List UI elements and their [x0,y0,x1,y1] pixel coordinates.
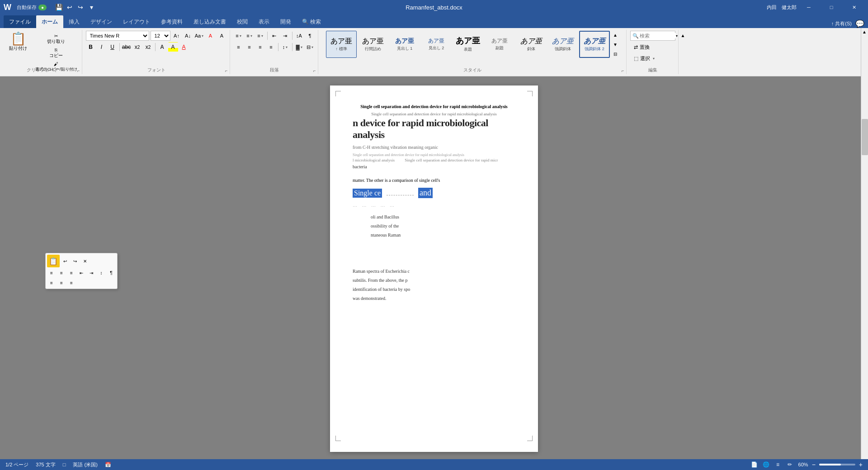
mini-indent-less-button[interactable]: ⇤ [77,268,86,277]
styles-scroll-up[interactable]: ▲ [612,31,619,39]
clear-format-button[interactable]: A [217,31,227,41]
paste-button[interactable]: 📋 貼り付け [6,31,30,53]
styles-expand[interactable]: ⌐ [622,68,624,73]
comments-button[interactable]: 💬 [855,19,864,28]
zoom-minus-button[interactable]: − [812,461,816,468]
bullets-button[interactable]: ≡▾ [234,31,244,41]
font-size-select[interactable]: 12 [151,31,170,41]
highlight-button[interactable]: A [168,42,178,52]
styles-scroll-down[interactable]: ▼ [612,40,619,48]
tab-developer[interactable]: 開発 [275,15,297,28]
autosave-toggle[interactable]: 自動保存 ● [17,4,47,11]
share-button[interactable]: ↑ 共有(S) [831,20,852,27]
superscript-button[interactable]: x2 [143,42,153,52]
search-box[interactable]: 🔍 ▾ [630,31,675,41]
replace-button[interactable]: ⇄ 置換 [630,43,675,52]
tab-design[interactable]: デザイン [85,15,118,28]
print-layout-button[interactable]: 📄 [750,460,760,470]
italic-button[interactable]: I [97,42,107,52]
show-para-button[interactable]: ¶ [305,31,315,41]
save-icon[interactable]: 💾 [54,2,64,12]
multilevel-button[interactable]: ≡▾ [255,31,265,41]
sort-button[interactable]: ↕A [294,31,304,41]
mini-undo-button[interactable]: ↩ [61,256,70,266]
font-expand[interactable]: ⌐ [225,68,228,73]
underline-button[interactable]: U [108,42,118,52]
scrollbar-thumb[interactable] [862,119,868,155]
style-no-spacing[interactable]: あア亜 行間詰め [358,31,388,58]
mini-align-left-button[interactable]: ≡ [47,278,56,287]
shading-button[interactable]: ▓▾ [294,42,304,52]
mini-bullets-button[interactable]: ≡ [47,268,56,277]
mini-sort-button[interactable]: ↕ [97,268,106,277]
change-case-button[interactable]: Aa▾ [194,31,204,41]
styles-expand-button[interactable]: ⊟ [612,50,619,58]
mini-align-center-button[interactable]: ≡ [57,278,66,287]
more-qa-icon[interactable]: ▾ [86,2,96,12]
outline-button[interactable]: ≡ [773,460,783,470]
zoom-plus-button[interactable]: + [859,461,863,468]
copy-button[interactable]: ⎘ コピー [33,47,79,60]
mini-paste-button[interactable]: 📋 [47,255,60,267]
font-color2-button[interactable]: A [179,42,189,52]
indent-less-button[interactable]: ⇤ [269,31,279,41]
tab-file[interactable]: ファイル [4,15,36,28]
autosave-status[interactable]: ● [38,5,47,10]
style-normal[interactable]: あア亜 ↑ 標準 [326,31,357,58]
tab-references[interactable]: 参考資料 [156,15,188,28]
font-color-button[interactable]: A [206,31,216,41]
mini-indent-more-button[interactable]: ⇥ [87,268,96,277]
close-button[interactable]: ✕ [844,0,864,14]
tab-view[interactable]: 表示 [253,15,275,28]
font-family-select[interactable]: Times New R [86,31,149,41]
style-title[interactable]: あア亜 表題 [453,31,483,58]
align-left-button[interactable]: ≡ [234,42,244,52]
border-button[interactable]: ⊟▾ [305,42,315,52]
subscript-button[interactable]: x2 [132,42,142,52]
mini-redo-button[interactable]: ↪ [71,256,80,266]
mini-align-right-button[interactable]: ≡ [67,278,76,287]
tab-mailings[interactable]: 差し込み文書 [188,15,231,28]
align-right-button[interactable]: ≡ [255,42,265,52]
tab-insert[interactable]: 挿入 [63,15,85,28]
style-strong[interactable]: あア亜 強調斜体 [547,31,578,58]
clipboard-expand[interactable]: ⌐ [77,68,80,73]
strikethrough-button[interactable]: abc [122,42,132,52]
search-input[interactable] [640,33,676,38]
restore-button[interactable]: □ [821,0,842,14]
font-shrink-button[interactable]: A↓ [183,31,193,41]
mini-numbering-button[interactable]: ≡ [57,268,66,277]
indent-more-button[interactable]: ⇥ [280,31,290,41]
tab-home[interactable]: ホーム [36,15,63,28]
draft-button[interactable]: ✏ [785,460,795,470]
redo-icon[interactable]: ↪ [75,2,85,12]
zoom-slider[interactable] [819,464,855,465]
cut-button[interactable]: ✂ 切り取り [33,33,79,46]
bold-button[interactable]: B [86,42,96,52]
style-strong2[interactable]: あア亜 強調斜体 2 [579,31,610,58]
style-subtitle[interactable]: あア亜 副題 [484,31,515,58]
align-center-button[interactable]: ≡ [245,42,255,52]
paragraph-expand[interactable]: ⌐ [313,68,316,73]
line-spacing-button[interactable]: ↕▾ [280,42,290,52]
style-heading2[interactable]: あア亜 見出し 2 [421,31,452,58]
search-dropdown-icon[interactable]: ▾ [676,34,678,38]
style-heading1[interactable]: あア亜 見出し 1 [389,31,420,58]
justify-button[interactable]: ≡ [266,42,276,52]
undo-icon[interactable]: ↩ [65,2,75,12]
mini-para-button[interactable]: ¶ [107,268,116,277]
select-button[interactable]: ⬚ 選択 ▾ [630,54,675,63]
scroll-up-button[interactable]: ▲ [861,28,868,35]
tab-layout[interactable]: レイアウト [118,15,156,28]
mini-multilevel-button[interactable]: ≡ [67,268,76,277]
mini-clear-format-button[interactable]: ✕ [80,256,90,266]
text-effects-button[interactable]: A [157,42,167,52]
font-grow-button[interactable]: A↑ [172,31,182,41]
minimize-button[interactable]: ─ [798,0,819,14]
vertical-scrollbar[interactable]: ▲ ▼ [861,28,868,470]
ribbon-collapse-button[interactable]: ▲ [679,32,687,39]
style-italic[interactable]: あア亜 斜体 [516,31,547,58]
web-layout-button[interactable]: 🌐 [761,460,771,470]
numbering-button[interactable]: ≡▾ [245,31,255,41]
tab-review[interactable]: 校閲 [231,15,253,28]
